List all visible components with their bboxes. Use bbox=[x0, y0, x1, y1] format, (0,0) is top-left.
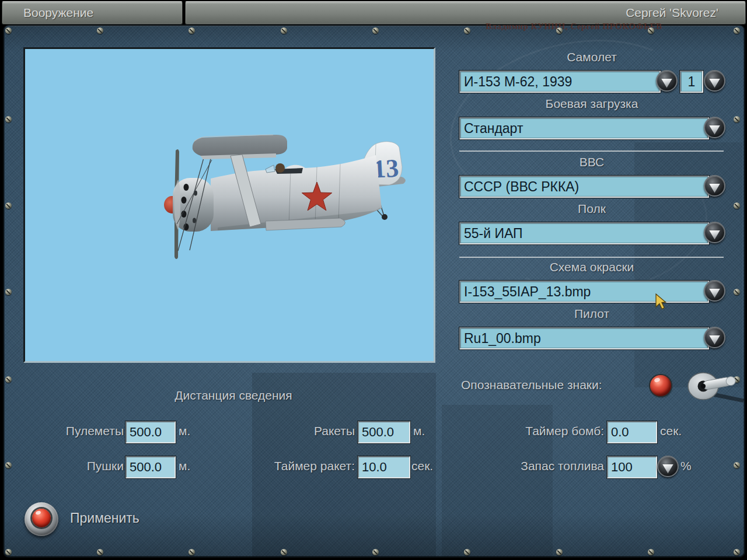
arrow-down-icon bbox=[709, 230, 720, 240]
screw-icon bbox=[5, 462, 12, 468]
screw-icon bbox=[5, 202, 12, 209]
skin-section-label: Схема окраски bbox=[459, 260, 724, 274]
screw-icon bbox=[556, 27, 563, 34]
arrow-down-icon bbox=[662, 464, 673, 474]
screw-icon bbox=[734, 289, 740, 295]
aircraft-count-dropdown-button[interactable] bbox=[704, 70, 725, 92]
screw-icon bbox=[5, 376, 12, 383]
fuel-label: Запас топлива bbox=[495, 459, 604, 473]
tab-armament[interactable]: Вооружение bbox=[2, 1, 183, 24]
screw-icon bbox=[189, 549, 195, 555]
aircraft-select[interactable]: И-153 М-62, 1939 bbox=[459, 71, 661, 93]
screw-icon bbox=[734, 116, 740, 123]
skin-select[interactable]: I-153_55IAP_13.bmp bbox=[459, 281, 709, 303]
screw-icon bbox=[648, 549, 654, 555]
machine-guns-unit: м. bbox=[179, 424, 190, 438]
screw-icon bbox=[97, 549, 103, 555]
screw-icon bbox=[464, 549, 470, 555]
arrow-down-icon bbox=[709, 79, 720, 88]
regiment-section-label: Полк bbox=[459, 202, 724, 216]
loadout-select[interactable]: Стандарт bbox=[459, 117, 709, 139]
pilot-section-label: Пилот bbox=[459, 307, 724, 321]
toggle-pivot bbox=[701, 384, 706, 388]
screw-icon bbox=[5, 116, 12, 123]
screw-icon bbox=[372, 549, 379, 555]
screw-icon bbox=[281, 27, 287, 34]
screw-icon bbox=[556, 549, 563, 555]
rockets-input[interactable] bbox=[358, 421, 410, 443]
cannons-label: Пушки bbox=[35, 459, 124, 473]
pilot-dropdown-button[interactable] bbox=[704, 327, 725, 348]
bomb-timer-input[interactable] bbox=[607, 421, 657, 443]
airforce-dropdown-button[interactable] bbox=[704, 175, 725, 197]
regiment-select[interactable]: 55-й ИАП bbox=[459, 222, 709, 244]
airforce-section-label: ВВС bbox=[459, 155, 724, 169]
apply-button-icon bbox=[32, 509, 51, 527]
screw-icon bbox=[97, 27, 103, 34]
section-divider bbox=[459, 150, 724, 152]
aircraft-preview: 13 bbox=[23, 47, 435, 363]
screw-icon bbox=[648, 27, 654, 34]
screw-icon bbox=[464, 27, 470, 34]
markings-label: Опознавательные знаки: bbox=[461, 378, 602, 392]
loadout-dropdown-button[interactable] bbox=[704, 117, 725, 138]
screw-icon bbox=[5, 289, 12, 295]
screw-icon bbox=[734, 27, 740, 34]
aircraft-image: 13 bbox=[25, 49, 434, 361]
convergence-title: Дистанция сведения bbox=[146, 388, 321, 402]
screw-icon bbox=[734, 202, 740, 209]
section-divider bbox=[459, 257, 724, 258]
rocket-timer-unit: сек. bbox=[411, 459, 433, 473]
tab-armament-label: Вооружение bbox=[2, 2, 182, 23]
arrow-down-icon bbox=[709, 125, 720, 135]
apply-button[interactable] bbox=[25, 502, 58, 536]
pilot-select[interactable]: Ru1_00.bmp bbox=[459, 327, 709, 349]
player-name-label: Сергей 'Skvorez' bbox=[186, 2, 745, 23]
screw-icon bbox=[734, 462, 740, 468]
rockets-unit: м. bbox=[413, 424, 425, 438]
bomb-timer-label: Таймер бомб: bbox=[495, 424, 604, 438]
cannons-input[interactable] bbox=[125, 456, 176, 478]
bomb-timer-unit: сек. bbox=[660, 424, 682, 438]
rockets-label: Ракеты bbox=[266, 424, 355, 438]
aircraft-section-label: Самолет bbox=[459, 50, 724, 64]
loadout-screen: Владимир КУНИН, Сергей ПРОКОФЬЕВ Вооруже… bbox=[0, 0, 747, 560]
aircraft-count-field[interactable]: 1 bbox=[680, 71, 703, 93]
regiment-dropdown-button[interactable] bbox=[704, 222, 725, 243]
aircraft-dropdown-button[interactable] bbox=[656, 70, 678, 92]
arrow-down-icon bbox=[709, 184, 720, 193]
fuel-input[interactable] bbox=[607, 456, 657, 478]
airforce-select[interactable]: СССР (ВВС РККА) bbox=[459, 176, 709, 198]
rocket-timer-input[interactable] bbox=[358, 456, 410, 478]
arrow-down-icon bbox=[709, 335, 720, 345]
fuel-unit: % bbox=[680, 459, 692, 473]
markings-indicator-lamp-icon bbox=[650, 375, 671, 396]
machine-guns-input[interactable] bbox=[125, 421, 176, 443]
cannons-unit: м. bbox=[179, 459, 190, 473]
loadout-section-label: Боевая загрузка bbox=[459, 97, 724, 111]
screw-icon bbox=[5, 549, 12, 555]
rocket-timer-label: Таймер ракет: bbox=[246, 459, 355, 473]
arrow-down-icon bbox=[661, 79, 672, 88]
screw-icon bbox=[734, 549, 740, 555]
skin-dropdown-button[interactable] bbox=[704, 280, 725, 302]
screw-icon bbox=[5, 27, 12, 34]
screw-icon bbox=[281, 549, 287, 555]
arrow-down-icon bbox=[709, 289, 720, 298]
fuel-dropdown-button[interactable] bbox=[657, 456, 679, 477]
machine-guns-label: Пулеметы bbox=[35, 424, 124, 438]
markings-toggle[interactable] bbox=[676, 369, 747, 405]
screw-icon bbox=[372, 27, 379, 34]
tab-player[interactable]: Сергей 'Skvorez' bbox=[185, 1, 746, 24]
apply-label[interactable]: Применить bbox=[70, 510, 139, 526]
screw-icon bbox=[189, 27, 195, 34]
